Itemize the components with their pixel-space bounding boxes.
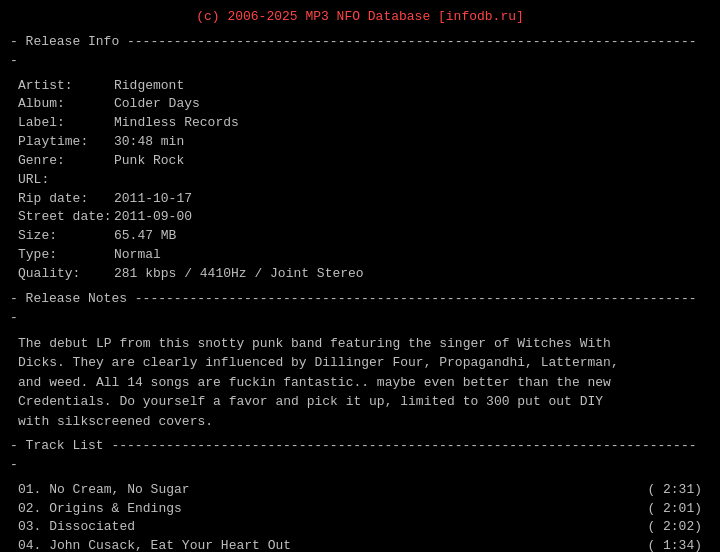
url-label: URL: — [18, 171, 114, 190]
note-line-3: Credentials. Do yourself a favor and pic… — [18, 394, 603, 409]
artist-row: Artist: Ridgemont — [18, 77, 710, 96]
ripdate-row: Rip date: 2011-10-17 — [18, 190, 710, 209]
artist-value: Ridgemont — [114, 77, 184, 96]
genre-row: Genre: Punk Rock — [18, 152, 710, 171]
artist-label: Artist: — [18, 77, 114, 96]
label-value: Mindless Records — [114, 114, 239, 133]
track-row: 02. Origins & Endings( 2:01) — [18, 500, 702, 519]
album-label: Album: — [18, 95, 114, 114]
size-value: 65.47 MB — [114, 227, 176, 246]
release-info-divider: - Release Info -------------------------… — [10, 33, 710, 71]
size-row: Size: 65.47 MB — [18, 227, 710, 246]
genre-value: Punk Rock — [114, 152, 184, 171]
release-info-block: Artist: Ridgemont Album: Colder Days Lab… — [18, 77, 710, 284]
quality-label: Quality: — [18, 265, 114, 284]
track-list-divider: - Track List ---------------------------… — [10, 437, 710, 475]
track-row: 04. John Cusack, Eat Your Heart Out( 1:3… — [18, 537, 702, 552]
size-label: Size: — [18, 227, 114, 246]
quality-row: Quality: 281 kbps / 4410Hz / Joint Stere… — [18, 265, 710, 284]
track-duration-1: ( 2:31) — [639, 481, 702, 500]
url-row: URL: — [18, 171, 710, 190]
track-row: 01. No Cream, No Sugar( 2:31) — [18, 481, 702, 500]
track-title-3: 03. Dissociated — [18, 518, 639, 537]
track-duration-3: ( 2:02) — [639, 518, 702, 537]
release-notes-text: The debut LP from this snotty punk band … — [18, 334, 702, 432]
album-value: Colder Days — [114, 95, 200, 114]
note-line-2: and weed. All 14 songs are fuckin fantas… — [18, 375, 611, 390]
playtime-value: 30:48 min — [114, 133, 184, 152]
track-title-4: 04. John Cusack, Eat Your Heart Out — [18, 537, 639, 552]
note-line-1: Dicks. They are clearly influenced by Di… — [18, 355, 619, 370]
playtime-row: Playtime: 30:48 min — [18, 133, 710, 152]
track-title-2: 02. Origins & Endings — [18, 500, 639, 519]
header-title: (c) 2006-2025 MP3 NFO Database [infodb.r… — [10, 8, 710, 27]
track-row: 03. Dissociated( 2:02) — [18, 518, 702, 537]
playtime-label: Playtime: — [18, 133, 114, 152]
track-list: 01. No Cream, No Sugar( 2:31)02. Origins… — [18, 481, 702, 552]
type-value: Normal — [114, 246, 161, 265]
ripdate-value: 2011-10-17 — [114, 190, 192, 209]
album-row: Album: Colder Days — [18, 95, 710, 114]
streetdate-label: Street date: — [18, 208, 114, 227]
track-duration-4: ( 1:34) — [639, 537, 702, 552]
label-row: Label: Mindless Records — [18, 114, 710, 133]
release-notes-divider: - Release Notes ------------------------… — [10, 290, 710, 328]
note-line-0: The debut LP from this snotty punk band … — [18, 336, 611, 351]
type-label: Type: — [18, 246, 114, 265]
label-label: Label: — [18, 114, 114, 133]
genre-label: Genre: — [18, 152, 114, 171]
type-row: Type: Normal — [18, 246, 710, 265]
track-duration-2: ( 2:01) — [639, 500, 702, 519]
note-line-4: with silkscreened covers. — [18, 414, 213, 429]
quality-value: 281 kbps / 4410Hz / Joint Stereo — [114, 265, 364, 284]
ripdate-label: Rip date: — [18, 190, 114, 209]
streetdate-row: Street date: 2011-09-00 — [18, 208, 710, 227]
track-title-1: 01. No Cream, No Sugar — [18, 481, 639, 500]
streetdate-value: 2011-09-00 — [114, 208, 192, 227]
